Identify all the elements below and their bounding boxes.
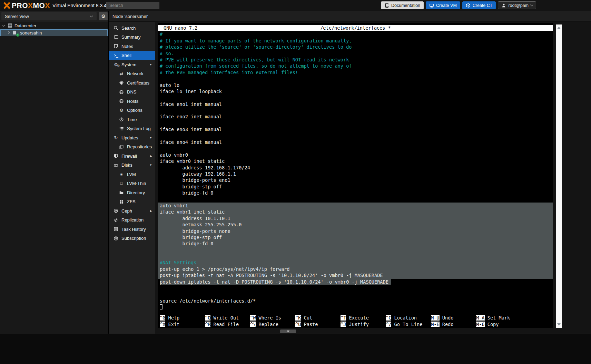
sidebar-item-lvm-thin[interactable]: □LVM-Thin bbox=[109, 179, 155, 188]
nano-shortcut: ^X Exit bbox=[160, 321, 205, 327]
log-panel-expander[interactable] bbox=[280, 329, 296, 333]
expander-down-icon[interactable] bbox=[2, 24, 5, 27]
terminal-line: #NAT Settings bbox=[158, 259, 553, 266]
terminal-scrollbar[interactable] bbox=[556, 24, 562, 328]
sidebar-item-time[interactable]: Time bbox=[109, 115, 155, 124]
terminal-line bbox=[158, 253, 553, 259]
sub-header: Server View ⚙ Node 'sonersahin' ↺ Reboot… bbox=[0, 11, 591, 22]
terminal-line: # configuration from sourced files, so d… bbox=[160, 63, 553, 69]
terminal-line: post-down iptables -t nat -D POSTROUTING… bbox=[160, 279, 553, 285]
terminal-line: # please utilize the 'source' or 'source… bbox=[160, 44, 553, 50]
shell-terminal[interactable]: GNU nano 7.2 /etc/network/interfaces * #… bbox=[158, 23, 553, 328]
hdd-icon bbox=[113, 163, 119, 168]
terminal-line: # PVE will preserve these directives, bu… bbox=[160, 57, 553, 63]
sidebar-item-label: Replication bbox=[121, 217, 144, 223]
sidebar-item-repositories[interactable]: Repositories bbox=[109, 142, 155, 152]
chevron-down-icon bbox=[530, 3, 533, 6]
sidebar-item-dns[interactable]: DNS bbox=[109, 88, 155, 97]
terminal-line: iface lo inet loopback bbox=[160, 88, 553, 95]
replication-icon bbox=[113, 218, 119, 223]
user-menu-button[interactable]: root@pam bbox=[498, 1, 536, 9]
sidebar-item-subscription[interactable]: Subscription bbox=[109, 234, 155, 243]
scroll-up-icon[interactable] bbox=[557, 27, 561, 29]
sidebar-item-hosts[interactable]: Hosts bbox=[109, 97, 155, 106]
square-outline-icon: □ bbox=[119, 181, 124, 185]
caret-down-icon: ▼ bbox=[149, 136, 152, 139]
terminal-line: # bbox=[160, 31, 553, 37]
terminal-line: post-up echo 1 > /proc/sys/net/ipv4/ip_f… bbox=[158, 266, 553, 272]
sidebar-item-options[interactable]: ⚙Options bbox=[109, 106, 155, 115]
terminal-buffer: ## If you want to manage parts of the ne… bbox=[158, 31, 553, 310]
terminal-line: iface vmbr0 inet static bbox=[160, 158, 553, 164]
sidebar-item-disks[interactable]: Disks▼ bbox=[109, 161, 155, 170]
gear-icon: ⚙ bbox=[101, 13, 106, 19]
bottom-area bbox=[0, 334, 591, 364]
sidebar-item-notes[interactable]: Notes bbox=[109, 42, 155, 51]
terminal-line bbox=[160, 120, 553, 126]
terminal-line: iface eno3 inet manual bbox=[160, 126, 553, 132]
sidebar-item-label: Task History bbox=[121, 227, 146, 232]
documentation-button[interactable]: Documentation bbox=[381, 1, 424, 9]
sidebar-item-system-log[interactable]: System Log bbox=[109, 124, 155, 134]
grid-icon bbox=[119, 199, 124, 204]
nano-shortcut: ^G Help bbox=[160, 315, 205, 321]
sidebar-item-label: Summary bbox=[121, 35, 141, 40]
expander-right-icon[interactable] bbox=[7, 31, 10, 34]
tasklist-icon bbox=[113, 227, 119, 232]
nano-shortcut: ^R Read File bbox=[205, 321, 250, 327]
terminal-line: iface eno2 inet manual bbox=[160, 114, 553, 120]
sidebar-item-directory[interactable]: Directory bbox=[109, 188, 155, 197]
sidebar-item-search[interactable]: Search bbox=[109, 23, 155, 33]
terminal-line bbox=[160, 285, 553, 291]
sidebar-item-label: Network bbox=[127, 71, 144, 76]
sidebar-item-label: Repositories bbox=[127, 144, 152, 149]
caret-down-icon: ▼ bbox=[149, 63, 152, 66]
create-ct-button[interactable]: Create CT bbox=[462, 1, 496, 9]
support-icon bbox=[113, 236, 119, 241]
sidebar-item-system[interactable]: ⚙⚙System▼ bbox=[109, 60, 155, 69]
terminal-line: bridge-stp off bbox=[160, 184, 553, 190]
sidebar-item-network[interactable]: ⇄Network bbox=[109, 69, 155, 79]
nano-shortcut-row: ^X Exit^R Read File^\ Replace^U Paste^J … bbox=[160, 321, 553, 327]
view-settings-button[interactable]: ⚙ bbox=[99, 12, 108, 20]
create-vm-button[interactable]: Create VM bbox=[426, 1, 460, 9]
terminal-line: netmask 255.255.255.0 bbox=[158, 222, 553, 228]
terminal-line: bridge-ports none bbox=[158, 228, 553, 234]
sidebar-item-shell[interactable]: >_Shell bbox=[109, 51, 155, 60]
terminal-cursor bbox=[160, 304, 162, 309]
chevron-down-icon bbox=[90, 14, 93, 17]
scroll-down-icon[interactable] bbox=[557, 323, 561, 326]
terminal-line: bridge-ports eno1 bbox=[160, 177, 553, 183]
terminal-line bbox=[160, 76, 553, 82]
sidebar-item-label: Ceph bbox=[121, 208, 132, 214]
search-icon bbox=[113, 26, 119, 30]
certificate-icon bbox=[119, 80, 124, 85]
sidebar-item-task-history[interactable]: Task History bbox=[109, 225, 155, 234]
nano-shortcut: ^/ Go To Line bbox=[386, 321, 431, 327]
top-actions: Documentation Create VM Create CT root@p… bbox=[381, 1, 536, 9]
terminal-line: bridge-fd 0 bbox=[160, 190, 553, 196]
sidebar-item-zfs[interactable]: ZFS bbox=[109, 197, 155, 207]
caret-down-icon bbox=[287, 331, 289, 332]
sidebar-item-label: Subscription bbox=[121, 236, 146, 241]
tree-item-datacenter[interactable]: Datacenter bbox=[0, 22, 108, 29]
resource-tree: Datacenter ✓ sonersahin bbox=[0, 22, 109, 334]
sidebar-item-replication[interactable]: Replication bbox=[109, 216, 155, 225]
sidebar-item-lvm[interactable]: ■LVM bbox=[109, 170, 155, 179]
sidebar-item-summary[interactable]: Summary bbox=[109, 33, 155, 42]
nano-shortcut: ^W Where Is bbox=[250, 315, 295, 321]
node-menu: SearchSummaryNotes>_Shell⚙⚙System▼⇄Netwo… bbox=[109, 22, 155, 334]
sidebar-item-certificates[interactable]: Certificates bbox=[109, 78, 155, 88]
sidebar-item-firewall[interactable]: Firewall▶ bbox=[109, 151, 155, 161]
tree-item-sonersahin[interactable]: ✓ sonersahin bbox=[0, 29, 108, 36]
terminal-line: # so. bbox=[160, 50, 553, 57]
nano-shortcut-row: ^G Help^O Write Out^W Where Is^K Cut^T E… bbox=[160, 315, 553, 321]
sidebar-item-label: Certificates bbox=[127, 80, 149, 86]
server-view-select[interactable]: Server View bbox=[1, 12, 97, 20]
terminal-icon: >_ bbox=[113, 53, 119, 58]
sidebar-item-ceph[interactable]: Ceph▶ bbox=[109, 206, 155, 216]
sidebar-item-updates[interactable]: ↻Updates▼ bbox=[109, 133, 155, 142]
global-search-input[interactable] bbox=[106, 2, 159, 9]
terminal-line bbox=[158, 247, 553, 253]
sidebar-item-label: Notes bbox=[121, 44, 133, 49]
